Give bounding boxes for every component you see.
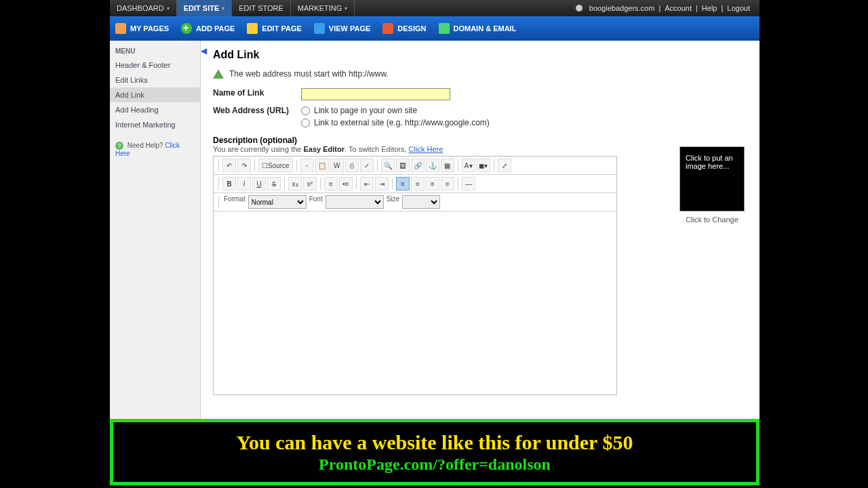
pencil-icon	[247, 23, 258, 34]
anchor-button[interactable]: ⚓	[426, 159, 439, 172]
align-right-button[interactable]: ≡	[426, 177, 439, 190]
undo-button[interactable]: ↶	[222, 159, 236, 172]
nav-marketing[interactable]: MARKETING▾	[291, 0, 355, 16]
page-toolbar: MY PAGES ADD PAGE EDIT PAGE VIEW PAGE DE…	[110, 16, 760, 41]
italic-button[interactable]: I	[237, 177, 251, 190]
nav-dashboard[interactable]: DASHBOARD▾	[110, 0, 177, 16]
ul-button[interactable]: •≡	[339, 177, 353, 190]
align-justify-button[interactable]: ≡	[441, 177, 454, 190]
design-button[interactable]: DESIGN	[382, 23, 426, 34]
description-label: Description (optional)	[213, 136, 747, 145]
textcolor-button[interactable]: A▾	[462, 159, 475, 172]
nav-edit-site[interactable]: EDIT SITE▾	[177, 0, 233, 16]
subscript-button[interactable]: x₂	[288, 177, 302, 190]
paste-button[interactable]: 📋	[315, 159, 329, 172]
bgcolor-button[interactable]: ◼▾	[477, 159, 490, 172]
source-button[interactable]: ☐ Source	[258, 159, 293, 172]
print-button[interactable]: ⎙	[345, 159, 359, 172]
main-content: ◀ Add Link The web address must start wi…	[201, 41, 760, 419]
align-center-button[interactable]: ≡	[411, 177, 425, 190]
hr-button[interactable]: ―	[462, 177, 475, 190]
font-label: Font	[308, 195, 324, 209]
radio-own-site[interactable]	[301, 106, 310, 115]
globe-icon	[576, 5, 583, 12]
strike-button[interactable]: S̶	[267, 177, 281, 190]
description-subtext: You are currently using the Easy Editor.…	[213, 145, 747, 153]
redo-button[interactable]: ↷	[237, 159, 251, 172]
sidebar-header: MENU	[110, 45, 200, 58]
palette-icon	[382, 23, 393, 34]
maximize-button[interactable]: ⤢	[498, 159, 511, 172]
name-of-link-input[interactable]	[301, 88, 450, 100]
outdent-button[interactable]: ⇤	[360, 177, 374, 190]
edit-page-button[interactable]: EDIT PAGE	[247, 23, 301, 34]
collapse-sidebar-icon[interactable]: ◀	[201, 46, 208, 56]
radio-own-site-label: Link to page in your own site	[314, 106, 417, 115]
domain-link[interactable]: boogiebadgers.com	[589, 4, 655, 12]
web-address-label: Web Address (URL)	[213, 106, 301, 115]
add-page-button[interactable]: ADD PAGE	[181, 23, 235, 34]
align-left-button[interactable]: ≡	[396, 177, 410, 190]
image-change-link[interactable]: Click to Change	[677, 216, 747, 224]
page-title: Add Link	[213, 49, 747, 61]
bold-button[interactable]: B	[222, 177, 236, 190]
my-pages-button[interactable]: MY PAGES	[115, 23, 169, 34]
sidebar: MENU Header & Footer Edit Links Add Link…	[110, 41, 201, 419]
sidebar-item-edit-links[interactable]: Edit Links	[110, 73, 200, 87]
mail-icon	[439, 23, 450, 34]
indent-button[interactable]: ⇥	[375, 177, 389, 190]
table-button[interactable]: ▦	[441, 159, 454, 172]
format-select[interactable]: Normal	[248, 195, 307, 209]
font-select[interactable]	[326, 195, 384, 209]
underline-button[interactable]: U	[252, 177, 266, 190]
paste-word-button[interactable]: W	[330, 159, 344, 172]
warning-icon	[213, 69, 224, 79]
link-button[interactable]: 🔗	[411, 159, 425, 172]
logout-link[interactable]: Logout	[727, 4, 750, 12]
domain-email-button[interactable]: DOMAIN & EMAIL	[439, 23, 517, 34]
new-page-button[interactable]: ▫	[300, 159, 314, 172]
view-page-button[interactable]: VIEW PAGE	[314, 23, 371, 34]
promo-line1: You can have a website like this for und…	[237, 431, 633, 454]
promo-line2: ProntoPage.com/?offer=danolson	[319, 455, 551, 474]
help-icon: ?	[115, 142, 123, 150]
top-navbar: DASHBOARD▾ EDIT SITE▾ EDIT STORE MARKETI…	[110, 0, 760, 16]
switch-editor-link[interactable]: Click Here	[409, 145, 443, 153]
account-link[interactable]: Account	[665, 4, 692, 12]
help-link[interactable]: Help	[702, 4, 717, 12]
eye-icon	[314, 23, 325, 34]
format-label: Format	[222, 195, 247, 209]
sidebar-item-add-heading[interactable]: Add Heading	[110, 102, 200, 117]
image-placeholder[interactable]: Click to put an image here...	[679, 146, 745, 211]
warning-banner: The web address must start with http://w…	[213, 69, 747, 79]
plus-icon	[181, 23, 192, 34]
rich-text-editor: ↶ ↷ ☐ Source ▫ 📋 W ⎙ ✓ 🔍 🖼 🔗 ⚓ ▦	[213, 156, 617, 395]
sidebar-item-add-link[interactable]: Add Link	[110, 87, 200, 102]
sidebar-item-header-footer[interactable]: Header & Footer	[110, 58, 200, 73]
image-upload-box: Click to put an image here... Click to C…	[677, 146, 747, 224]
image-button[interactable]: 🖼	[396, 159, 410, 172]
name-of-link-label: Name of Link	[213, 88, 301, 98]
spellcheck-button[interactable]: ✓	[360, 159, 374, 172]
pages-icon	[115, 23, 126, 34]
find-button[interactable]: 🔍	[381, 159, 395, 172]
editor-canvas[interactable]	[214, 211, 616, 394]
sidebar-help: ? Need Help? Click Here	[110, 136, 200, 163]
nav-edit-store[interactable]: EDIT STORE	[232, 0, 291, 16]
sidebar-item-internet-marketing[interactable]: Internet Marketing	[110, 117, 200, 132]
ol-button[interactable]: ≡	[324, 177, 338, 190]
size-select[interactable]	[402, 195, 440, 209]
radio-external-site[interactable]	[301, 119, 310, 127]
superscript-button[interactable]: x²	[303, 177, 317, 190]
promo-banner: You can have a website like this for und…	[110, 419, 760, 485]
radio-external-site-label: Link to external site (e.g. http://www.g…	[314, 118, 490, 127]
size-label: Size	[385, 195, 401, 209]
